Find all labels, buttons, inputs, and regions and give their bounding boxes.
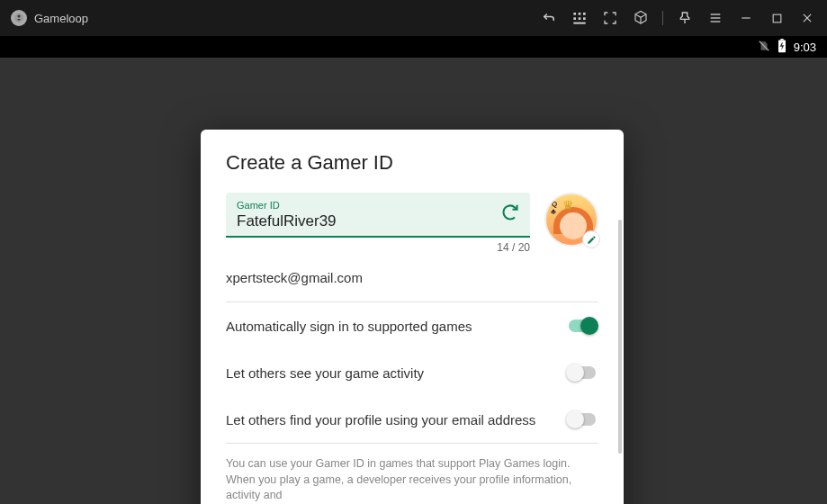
titlebar-left: Gameloop (11, 10, 88, 26)
toggle-activity-switch[interactable] (566, 364, 598, 382)
toggle-auto-signin-switch[interactable] (566, 317, 598, 335)
battery-icon (778, 39, 787, 56)
divider (662, 11, 663, 25)
svg-rect-14 (773, 14, 781, 22)
svg-rect-6 (579, 17, 581, 20)
maximize-icon[interactable] (768, 9, 786, 27)
toggle-label: Let others find your profile using your … (226, 412, 535, 428)
fullscreen-icon[interactable] (601, 9, 619, 27)
scrollbar[interactable] (618, 220, 622, 454)
dialog-title: Create a Gamer ID (226, 151, 598, 175)
gamer-id-input-wrap: Gamer ID FatefulRiver39 14 / 20 (226, 193, 530, 254)
svg-rect-19 (780, 39, 783, 40)
svg-point-1 (18, 15, 21, 18)
gamer-id-value: FatefulRiver39 (237, 212, 519, 230)
edit-avatar-icon[interactable] (582, 230, 600, 248)
create-gamer-id-dialog: Create a Gamer ID Gamer ID FatefulRiver3… (201, 130, 624, 504)
char-counter: 14 / 20 (226, 241, 530, 254)
toggle-label: Automatically sign in to supported games (226, 319, 472, 334)
help-text: You can use your Gamer ID in games that … (226, 456, 598, 504)
app-name: Gameloop (34, 12, 88, 25)
svg-rect-7 (583, 17, 586, 20)
minimize-icon[interactable] (737, 9, 755, 27)
gamer-id-row: Gamer ID FatefulRiver39 14 / 20 ♛ Q ♣ (226, 193, 598, 254)
cube-icon[interactable] (632, 9, 650, 27)
toggle-auto-signin: Automatically sign in to supported games (226, 302, 598, 349)
titlebar: Gameloop (0, 0, 827, 36)
email: xpertsteck@gmail.com (226, 254, 598, 302)
app-logo-icon (11, 10, 27, 26)
keyboard-icon[interactable] (571, 9, 589, 27)
pin-icon[interactable] (676, 9, 694, 27)
svg-rect-5 (573, 17, 576, 20)
avatar-wrap: ♛ Q ♣ (544, 193, 598, 247)
toggle-find-by-email: Let others find your profile using your … (226, 396, 598, 443)
back-icon[interactable] (540, 9, 558, 27)
titlebar-controls (540, 9, 816, 27)
svg-rect-3 (579, 13, 581, 15)
no-sim-icon (758, 40, 770, 55)
toggle-label: Let others see your game activity (226, 365, 424, 381)
menu-icon[interactable] (706, 9, 724, 27)
svg-rect-2 (573, 13, 576, 15)
statusbar: 9:03 (0, 36, 827, 58)
refresh-icon[interactable] (501, 203, 519, 225)
close-icon[interactable] (798, 9, 816, 27)
gamer-id-label: Gamer ID (237, 200, 519, 211)
content-area: Create a Gamer ID Gamer ID FatefulRiver3… (0, 58, 827, 504)
svg-rect-4 (583, 13, 586, 15)
gamer-id-input[interactable]: Gamer ID FatefulRiver39 (226, 193, 530, 238)
clock: 9:03 (794, 40, 816, 54)
separator (226, 443, 598, 444)
svg-rect-8 (573, 22, 585, 24)
toggle-activity-visible: Let others see your game activity (226, 349, 598, 396)
toggle-find-email-switch[interactable] (566, 410, 598, 428)
